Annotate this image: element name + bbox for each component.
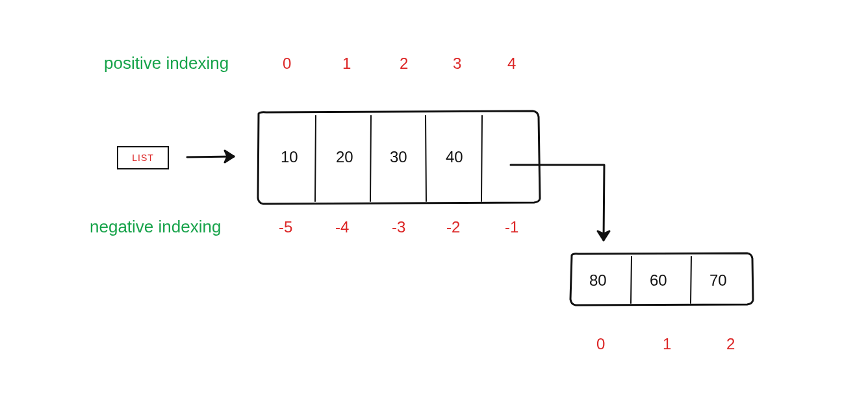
negative-indexing-label: negative indexing bbox=[90, 217, 221, 237]
main-cell-1: 20 bbox=[336, 148, 353, 166]
neg-index-1: -4 bbox=[335, 218, 349, 236]
pos-index-4: 4 bbox=[507, 55, 516, 73]
nested-index-0: 0 bbox=[596, 335, 605, 353]
svg-line-4 bbox=[187, 156, 234, 157]
main-cell-2: 30 bbox=[390, 148, 407, 166]
nested-cell-1: 60 bbox=[650, 271, 667, 290]
neg-index-3: -2 bbox=[446, 218, 460, 236]
neg-index-0: -5 bbox=[279, 218, 292, 236]
positive-indexing-label: positive indexing bbox=[104, 53, 229, 73]
main-cell-0: 10 bbox=[281, 148, 298, 166]
pos-index-1: 1 bbox=[342, 55, 351, 73]
nested-index-1: 1 bbox=[663, 335, 671, 353]
svg-line-3 bbox=[481, 116, 482, 201]
pos-index-3: 3 bbox=[453, 55, 461, 73]
main-cell-3: 40 bbox=[446, 148, 463, 166]
pos-index-0: 0 bbox=[283, 55, 291, 73]
nested-cell-2: 70 bbox=[709, 271, 727, 290]
svg-line-2 bbox=[426, 116, 426, 201]
svg-line-5 bbox=[631, 256, 632, 303]
nested-index-2: 2 bbox=[726, 335, 735, 353]
pos-index-2: 2 bbox=[400, 55, 408, 73]
neg-index-2: -3 bbox=[392, 218, 405, 236]
neg-index-4: -1 bbox=[505, 218, 518, 236]
svg-line-0 bbox=[315, 116, 316, 201]
svg-line-1 bbox=[370, 116, 371, 201]
list-box-label: LIST bbox=[117, 146, 169, 169]
nested-cell-0: 80 bbox=[589, 271, 607, 290]
svg-line-6 bbox=[691, 256, 691, 303]
